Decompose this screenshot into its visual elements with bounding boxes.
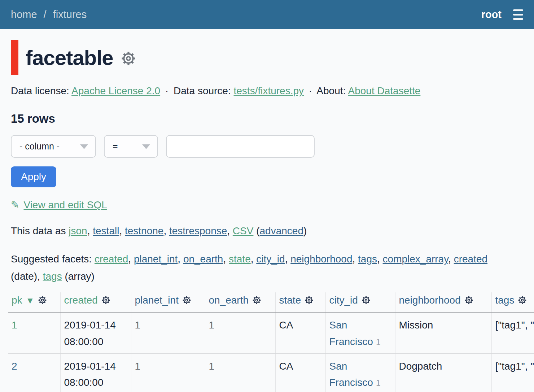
row-pk-link[interactable]: 1 — [12, 319, 17, 331]
gear-icon[interactable] — [252, 295, 262, 305]
gear-icon[interactable] — [517, 295, 527, 305]
chevron-down-icon — [80, 144, 88, 149]
separator-dot: · — [309, 85, 312, 96]
filter-operator-select[interactable]: = — [104, 135, 158, 158]
license-label: Data license: — [11, 85, 69, 96]
column-header-state-link[interactable]: state — [279, 295, 301, 306]
facet-link-planet-int[interactable]: planet_int — [134, 253, 178, 265]
facet-link-tags-array[interactable]: tags — [43, 271, 62, 282]
sort-desc-icon: ▼ — [26, 296, 35, 305]
cell-created: 2019-01-14 08:00:00 — [60, 354, 131, 392]
cell-state: CA — [275, 312, 325, 353]
advanced-close-paren: ) — [303, 225, 307, 236]
column-header-on-earth: on_earth — [205, 292, 275, 312]
cell-neighborhood: Mission — [395, 312, 491, 353]
export-prefix: This data as — [11, 225, 66, 236]
metadata-line: Data license: Apache License 2.0 · Data … — [11, 85, 523, 97]
table-row: 1 2019-01-14 08:00:00 1 1 CA San Francis… — [8, 312, 534, 353]
export-link-testnone[interactable]: testnone — [125, 225, 163, 236]
export-link-json[interactable]: json — [69, 225, 87, 236]
cell-planet-int: 1 — [131, 354, 205, 392]
filter-column-select[interactable]: - column - — [11, 135, 96, 158]
license-link[interactable]: Apache License 2.0 — [71, 85, 160, 96]
facet-link-created[interactable]: created — [95, 253, 128, 265]
cell-pk: 2 — [8, 354, 60, 392]
export-link-testall[interactable]: testall — [93, 225, 119, 236]
city-link[interactable]: San Francisco — [329, 361, 373, 388]
column-header-city-id-link[interactable]: city_id — [329, 295, 358, 306]
column-header-planet-int: planet_int — [131, 292, 205, 312]
cell-neighborhood: Dogpatch — [395, 354, 491, 392]
filter-column-value: - column - — [19, 141, 60, 152]
about-link[interactable]: About Datasette — [348, 85, 421, 96]
city-raw-value: 1 — [376, 378, 381, 388]
cell-state: CA — [275, 354, 325, 392]
column-header-tags-link[interactable]: tags — [495, 295, 515, 306]
source-link[interactable]: tests/fixtures.py — [234, 85, 304, 96]
suggested-facets-line: Suggested facets: createdplanet_inton_ea… — [11, 251, 523, 285]
cell-pk: 1 — [8, 312, 60, 353]
filter-row: - column - = — [11, 135, 523, 158]
page-title: facetable — [26, 45, 113, 70]
results-table-wrap: pk▼ created planet_int on_earth state — [8, 292, 534, 392]
gear-icon[interactable] — [182, 295, 192, 305]
cell-city-id: San Francisco1 — [325, 312, 395, 353]
export-link-csv[interactable]: CSV — [233, 225, 254, 236]
city-link[interactable]: San Francisco — [329, 319, 373, 347]
column-header-on-earth-link[interactable]: on_earth — [209, 295, 249, 306]
column-header-state: state — [275, 292, 325, 312]
export-link-testresponse[interactable]: testresponse — [169, 225, 227, 236]
about-label: About: — [316, 85, 346, 96]
cell-on-earth: 1 — [205, 312, 275, 353]
facets-prefix: Suggested facets: — [11, 253, 92, 265]
title-row: facetable — [11, 40, 523, 75]
user-root-link[interactable]: root — [481, 9, 502, 21]
column-header-created-link[interactable]: created — [64, 295, 98, 306]
filter-value-input[interactable] — [166, 135, 315, 158]
facet-link-complex-array[interactable]: complex_array — [383, 253, 448, 265]
column-header-planet-int-link[interactable]: planet_int — [135, 295, 179, 306]
export-link-advanced[interactable]: advanced — [260, 225, 303, 236]
breadcrumb-separator: / — [44, 9, 47, 20]
source-label: Data source: — [174, 85, 231, 96]
gear-icon[interactable] — [101, 295, 111, 305]
advanced-open-paren: ( — [256, 225, 259, 236]
pencil-icon: ✎ — [11, 199, 19, 210]
column-header-pk-link[interactable]: pk — [12, 295, 22, 306]
row-count-heading: 15 rows — [11, 112, 523, 126]
gear-icon[interactable] — [38, 295, 47, 305]
facet-link-tags[interactable]: tags — [358, 253, 377, 265]
gear-icon[interactable] — [304, 295, 314, 305]
breadcrumb-home-link[interactable]: home — [11, 9, 37, 20]
cell-city-id: San Francisco1 — [325, 354, 395, 392]
table-row: 2 2019-01-14 08:00:00 1 1 CA San Francis… — [8, 354, 534, 392]
facet-link-created-date[interactable]: created — [454, 253, 487, 265]
city-raw-value: 1 — [376, 337, 381, 347]
view-edit-sql-link[interactable]: View and edit SQL — [23, 199, 107, 210]
apply-button[interactable]: Apply — [11, 166, 56, 187]
column-header-pk: pk▼ — [8, 292, 60, 312]
facet-link-on-earth[interactable]: on_earth — [183, 253, 223, 265]
column-header-city-id: city_id — [325, 292, 395, 312]
chevron-down-icon — [142, 144, 150, 149]
hamburger-icon[interactable] — [513, 8, 523, 21]
cell-planet-int: 1 — [131, 312, 205, 353]
cell-on-earth: 1 — [205, 354, 275, 392]
table-actions-gear-icon[interactable] — [120, 50, 137, 67]
facet-link-city-id[interactable]: city_id — [256, 253, 285, 265]
cell-created: 2019-01-14 08:00:00 — [60, 312, 131, 353]
top-nav: home / fixtures root — [0, 0, 534, 29]
facet-link-state[interactable]: state — [229, 253, 251, 265]
column-header-neighborhood-link[interactable]: neighborhood — [399, 295, 461, 306]
sql-line: ✎View and edit SQL — [11, 199, 523, 211]
row-pk-link[interactable]: 2 — [12, 361, 17, 372]
cell-tags: ["tag1", "tag3"] — [491, 354, 534, 392]
gear-icon[interactable] — [464, 295, 474, 305]
title-accent-bar — [11, 40, 18, 75]
results-table: pk▼ created planet_int on_earth state — [8, 292, 534, 392]
breadcrumb: home / fixtures — [11, 9, 87, 21]
gear-icon[interactable] — [361, 295, 371, 305]
breadcrumb-current: fixtures — [53, 9, 87, 20]
facet-link-neighborhood[interactable]: neighborhood — [290, 253, 352, 265]
filter-operator-value: = — [113, 141, 118, 152]
